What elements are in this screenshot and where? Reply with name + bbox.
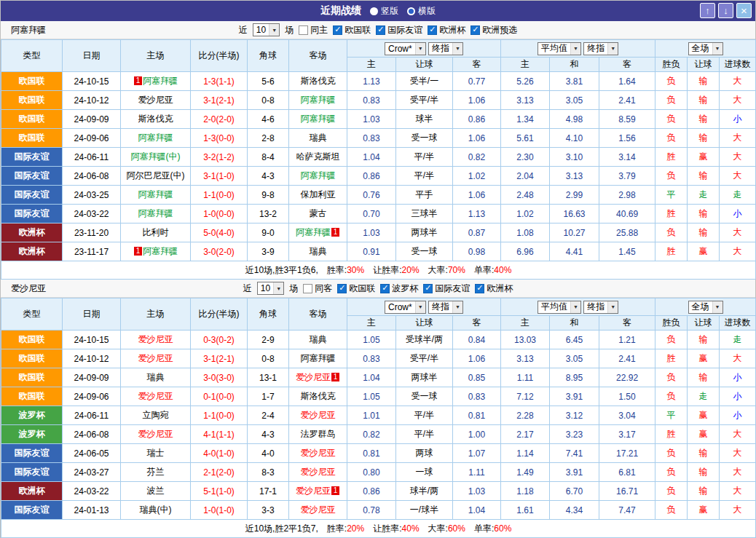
- avg-odds-draw: 10.27: [550, 223, 599, 242]
- match-date: 24-06-08: [63, 425, 121, 444]
- result-outcome: 负: [655, 129, 688, 148]
- competition-badge: 欧国联: [1, 91, 63, 110]
- layout-radio-horizontal[interactable]: 横版: [407, 5, 436, 17]
- checkbox-icon[interactable]: [475, 284, 484, 293]
- home-team-cell: 爱沙尼亚: [121, 425, 191, 444]
- league-filter-国际友谊[interactable]: 国际友谊: [423, 282, 470, 295]
- average-stage-select[interactable]: 终指▼: [583, 42, 618, 55]
- league-filter-欧洲杯[interactable]: 欧洲杯: [428, 24, 465, 36]
- odds-stage-select[interactable]: 终指▼: [428, 42, 463, 55]
- average-select-value: 平均值: [541, 42, 567, 55]
- checkbox-icon[interactable]: [303, 284, 312, 293]
- scroll-down-button[interactable]: ↓: [718, 3, 733, 18]
- sub-header-handicap: 让球: [396, 58, 453, 72]
- avg-odds-draw: 3.05: [550, 91, 599, 110]
- away-team-cell: 爱沙尼亚1: [289, 368, 347, 387]
- league-filter-国际友谊[interactable]: 国际友谊: [376, 24, 422, 36]
- average-select[interactable]: 平均值▼: [538, 301, 581, 314]
- bookmaker-select[interactable]: Crow*▼: [385, 301, 426, 314]
- radio-icon[interactable]: [407, 7, 415, 15]
- away-team-cell: 爱沙尼亚: [289, 501, 347, 520]
- match-count-select[interactable]: 10 ▼: [257, 282, 284, 295]
- handicap-odds-away: 0.82: [453, 148, 501, 167]
- checkbox-icon[interactable]: [380, 284, 390, 293]
- avg-odds-away: 1.21: [599, 331, 655, 349]
- odds-stage-select[interactable]: 终指▼: [428, 301, 463, 314]
- same-venue-filter[interactable]: 同主: [299, 24, 328, 36]
- average-stage-value: 终指: [587, 301, 605, 313]
- scope-select[interactable]: 全场▼: [688, 42, 723, 55]
- checkbox-icon[interactable]: [470, 25, 480, 35]
- summary-row: 近10场,胜2平1负7,胜率:20%让胜率:40%大率:60%单率:60%: [1, 520, 756, 538]
- match-row: 欧洲杯24-03-22波兰5-1(1-0)17-1爱沙尼亚10.86球半/两1.…: [1, 482, 756, 501]
- sub-header-avg-draw: 和: [550, 58, 599, 72]
- match-count-select[interactable]: 10 ▼: [253, 23, 280, 36]
- handicap-odds-home: 1.03: [347, 110, 396, 129]
- avg-odds-home: 1.61: [501, 501, 550, 520]
- average-stage-select[interactable]: 终指▼: [583, 301, 618, 314]
- away-team-cell: 瑞典: [289, 242, 347, 261]
- match-score: 5-1(1-0): [191, 482, 248, 501]
- result-goals: 小: [720, 387, 756, 406]
- summary-stat-value: 30%: [347, 265, 364, 275]
- league-filter-波罗杯[interactable]: 波罗杯: [380, 282, 418, 295]
- match-score: 4-1(1-1): [191, 425, 248, 444]
- league-filters: 欧国联波罗杯国际友谊欧洲杯: [337, 282, 513, 295]
- home-team-cell: 瑞典: [121, 368, 191, 387]
- checkbox-icon[interactable]: [299, 25, 308, 35]
- corner-score: 4-3: [248, 425, 289, 444]
- result-handicap: 赢: [688, 148, 720, 167]
- chevron-down-icon: ▼: [712, 43, 722, 55]
- result-handicap: 输: [688, 463, 720, 482]
- result-outcome: 负: [655, 72, 688, 91]
- average-select[interactable]: 平均值▼: [538, 42, 581, 55]
- col-header-date: 日期: [63, 40, 121, 72]
- bookmaker-select[interactable]: Crow*▼: [385, 42, 426, 55]
- summary-stat-label: 单率:: [474, 265, 494, 275]
- avg-odds-away: 7.47: [599, 501, 655, 520]
- match-date: 24-09-09: [63, 110, 121, 129]
- league-filter-欧国联[interactable]: 欧国联: [337, 282, 375, 295]
- checkbox-icon[interactable]: [376, 25, 385, 35]
- avg-odds-draw: 3.81: [550, 72, 599, 91]
- match-score: 0-1(0-0): [191, 387, 248, 406]
- result-handicap: 输: [688, 91, 720, 110]
- match-score: 3-0(2-0): [191, 242, 248, 261]
- same-venue-filter[interactable]: 同客: [303, 282, 332, 295]
- radio-icon[interactable]: [370, 7, 378, 15]
- checkbox-icon[interactable]: [423, 284, 433, 293]
- close-button[interactable]: ×: [736, 3, 752, 18]
- col-header-away: 客场: [289, 40, 347, 72]
- col-header-home: 主场: [121, 40, 191, 72]
- league-filter-欧洲杯[interactable]: 欧洲杯: [475, 282, 513, 295]
- league-filter-label: 欧洲预选: [482, 24, 517, 36]
- match-date: 24-06-11: [63, 148, 121, 167]
- result-outcome: 胜: [655, 425, 688, 444]
- away-team-cell: 斯洛伐克: [289, 72, 347, 91]
- summary-stat-label: 大率:: [428, 523, 448, 534]
- league-filter-label: 欧洲杯: [439, 24, 465, 36]
- competition-badge: 欧国联: [1, 129, 63, 148]
- home-team-cell: 爱沙尼亚: [121, 331, 191, 349]
- scroll-up-button[interactable]: ↑: [700, 3, 715, 18]
- avg-odds-draw: 3.91: [550, 387, 599, 406]
- layout-radio-vertical[interactable]: 竖版: [370, 5, 398, 17]
- league-filter-欧国联[interactable]: 欧国联: [333, 24, 371, 36]
- home-team-cell: 阿塞拜疆(中): [121, 148, 191, 167]
- checkbox-icon[interactable]: [428, 25, 437, 35]
- competition-badge: 国际友谊: [1, 205, 63, 223]
- avg-odds-home: 1.18: [501, 482, 550, 501]
- summary-stat-value: 40%: [494, 265, 511, 275]
- checkbox-icon[interactable]: [337, 284, 347, 293]
- chevron-down-icon: ▼: [273, 282, 283, 294]
- competition-badge: 国际友谊: [1, 186, 63, 205]
- summary-stat-label: 胜率:: [327, 265, 347, 275]
- checkbox-icon[interactable]: [333, 25, 342, 35]
- competition-badge: 国际友谊: [1, 444, 63, 463]
- result-outcome: 胜: [655, 148, 688, 167]
- avg-odds-away: 17.21: [599, 444, 655, 463]
- competition-badge: 波罗杯: [1, 425, 63, 444]
- league-filter-欧洲预选[interactable]: 欧洲预选: [470, 24, 517, 36]
- match-date: 24-06-11: [63, 406, 121, 425]
- scope-select[interactable]: 全场▼: [688, 301, 723, 314]
